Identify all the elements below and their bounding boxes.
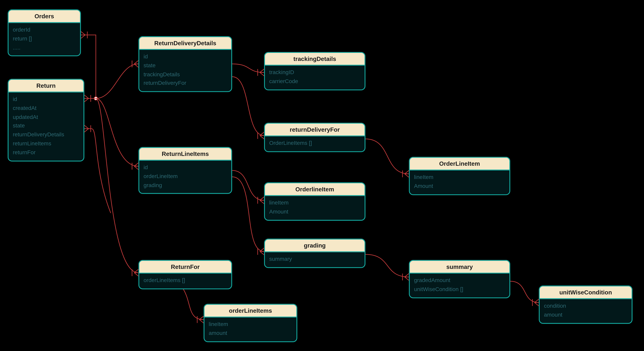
field: returnLineItems [13,139,79,148]
field: returnDeliveryDetails [13,131,79,139]
entity-body: id state trackingDetails returnDeliveryF… [139,50,231,91]
field: carrierCode [269,77,360,86]
field: createdAt [13,104,79,113]
field: summary [269,255,360,264]
field: orderLineItem [144,172,227,181]
field: id [13,95,79,104]
entity-grading[interactable]: grading summary [264,239,366,268]
entity-return-delivery-details[interactable]: ReturnDeliveryDetails id state trackingD… [138,36,232,92]
entity-body: gradedAmount unitWiseCondition [] [410,273,510,297]
entity-body: lineItem Amount [265,196,365,220]
entity-title: Return [8,80,84,92]
field: updatedAt [13,113,79,122]
field: amount [544,310,628,319]
field: id [144,53,227,61]
field: lineItem [209,320,292,329]
entity-return-for[interactable]: ReturnFor orderLineItems [] [138,260,232,289]
diagram-canvas: Orders orderId return [] ..... Return id… [0,0,644,348]
entity-return[interactable]: Return id createdAt updatedAt state retu… [8,79,84,161]
entity-body: id createdAt updatedAt state returnDeliv… [8,93,84,161]
entity-return-line-items[interactable]: ReturnLineItems id orderLineItem grading [138,147,232,194]
field: amount [209,329,292,338]
entity-title: OrderlineItem [265,183,365,196]
entity-title: unitWiseCondition [540,286,632,299]
svg-point-0 [94,97,98,100]
entity-title: OrderLineItem [410,158,510,170]
entity-body: trackingID carrierCode [265,66,365,89]
field: orderLineItems [] [144,276,227,285]
field: return [] [13,35,76,43]
entity-body: orderLineItems [] [139,273,231,288]
entity-body: condition amount [540,299,632,323]
entity-tracking-details[interactable]: trackingDetails trackingID carrierCode [264,52,366,90]
field: unitWiseCondition [] [414,285,505,294]
field: grading [144,181,227,190]
entity-title: grading [265,239,365,252]
field: ..... [13,43,76,52]
field: state [13,122,79,131]
entity-summary[interactable]: summary gradedAmount unitWiseCondition [… [409,260,510,298]
entity-body: summary [265,252,365,267]
entity-title: ReturnDeliveryDetails [139,37,231,50]
entity-return-delivery-for[interactable]: returnDeliveryFor OrderLineItems [] [264,123,366,152]
entity-title: returnDeliveryFor [265,124,365,136]
entity-orderline-item[interactable]: OrderlineItem lineItem Amount [264,182,366,220]
entity-body: OrderLineItems [] [265,136,365,151]
field: Amount [414,182,505,191]
entity-body: lineItem amount [204,317,296,341]
entity-body: orderId return [] ..... [8,23,80,56]
field: lineItem [414,173,505,182]
field: lineItem [269,199,360,207]
field: orderId [13,26,76,35]
entity-order-line-items[interactable]: orderLineItems lineItem amount [204,304,298,342]
field: returnFor [13,148,79,157]
field: id [144,163,227,172]
entity-title: trackingDetails [265,53,365,66]
entity-orders[interactable]: Orders orderId return [] ..... [8,10,81,57]
field: Amount [269,207,360,216]
field: trackingID [269,68,360,77]
field: gradedAmount [414,276,505,285]
entity-title: Orders [8,10,80,23]
field: state [144,61,227,70]
entity-order-line-item[interactable]: OrderLineItem lineItem Amount [409,157,510,195]
entity-body: lineItem Amount [410,170,510,194]
field: returnDeliveryFor [144,79,227,88]
field: trackingDetails [144,70,227,79]
field: OrderLineItems [] [269,139,360,148]
entity-title: ReturnLineItems [139,148,231,161]
entity-title: ReturnFor [139,261,231,273]
entity-title: summary [410,261,510,273]
entity-title: orderLineItems [204,305,296,317]
field: condition [544,302,628,310]
entity-body: id orderLineItem grading [139,161,231,193]
entity-unit-wise-condition[interactable]: unitWiseCondition condition amount [539,285,632,324]
